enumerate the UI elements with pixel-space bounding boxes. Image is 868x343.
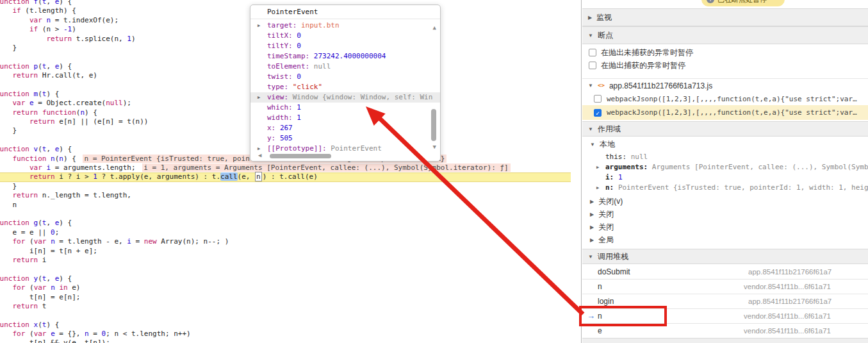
call-stack-frame[interactable]: nvendor.8541f11b...6f61a71 — [582, 280, 868, 294]
code-token: function — [0, 62, 29, 71]
checkbox[interactable] — [594, 95, 602, 103]
execution-line[interactable]: return i ? i > 1 ? t.apply(e, arguments)… — [0, 172, 571, 181]
code-token — [0, 155, 13, 163]
code-token: } — [0, 126, 17, 135]
section-scope[interactable]: ▼ 作用域 — [582, 121, 868, 137]
code-line[interactable]: return i — [0, 256, 571, 265]
code-line[interactable]: i[n] = t[n + e]; — [0, 247, 571, 256]
code-token: ( — [38, 145, 42, 153]
code-line[interactable]: t[n] = e[n]; — [0, 293, 571, 302]
pause-info-icon: i — [707, 0, 714, 3]
scope-group-关闭[interactable]: ▶关闭 — [582, 221, 868, 233]
expand-triangle-icon[interactable]: ▶ — [258, 92, 260, 103]
section-breakpoints[interactable]: ▼ 断点 — [582, 26, 868, 44]
call-stack-frame[interactable]: doSubmitapp.8541f11b21766f61a7 — [582, 265, 868, 280]
scope-variable-row[interactable]: ▶arguments: Arguments [PointerEvent, cal… — [582, 162, 868, 172]
checkbox[interactable] — [589, 62, 596, 69]
code-line[interactable]: n — [0, 201, 571, 210]
scroll-up-icon[interactable]: ▲ — [433, 24, 436, 31]
popup-property-row[interactable]: which: 1 — [250, 103, 440, 113]
code-line[interactable]: function g(t, e) { — [0, 219, 571, 228]
scope-variable-row[interactable]: i: 1 — [582, 172, 868, 183]
code-token: i — [127, 237, 131, 246]
scope-variable-row[interactable]: this: null — [582, 152, 868, 162]
section-call-stack[interactable]: ▼ 调用堆栈 — [582, 249, 868, 264]
expand-triangle-icon[interactable]: ▶ — [596, 162, 599, 172]
pause-on-exception-option[interactable]: 在抛出未捕获的异常时暂停 — [582, 46, 868, 59]
scope-group-关闭(v)[interactable]: ▶关闭(v) — [582, 195, 868, 208]
code-token: function — [0, 274, 29, 283]
section-watch[interactable]: ▶ 监视 — [582, 8, 868, 26]
code-token: if — [29, 25, 38, 33]
horizontal-scrollbar-thumb[interactable] — [270, 154, 331, 158]
expand-triangle-icon[interactable]: ▶ — [258, 21, 260, 31]
code-line[interactable]: for (var n = t.length - e, i = new Array… — [0, 237, 571, 246]
scope-variable-row[interactable]: ▶n: PointerEvent {isTrusted: true, point… — [582, 183, 868, 193]
popup-property-row[interactable]: ▶view: Window {window: Window, self: Win — [250, 92, 440, 103]
variable-value: Arguments [PointerEvent, callee: (...), … — [652, 163, 868, 171]
checkbox[interactable]: ✓ — [594, 109, 602, 117]
property-name: [[Prototype]]: — [267, 144, 331, 153]
code-line[interactable]: var i = arguments.length; i = 1, argumen… — [0, 163, 571, 172]
breakpoint-entry[interactable]: ✓webpackJsonp([1,2,3],[,,,,function(t,e,… — [582, 105, 868, 120]
popup-property-row[interactable]: ▶[[Prototype]]: PointerEvent — [250, 144, 440, 154]
property-name: type: — [267, 83, 293, 91]
code-token — [0, 99, 13, 107]
breakpoint-code-snippet: webpackJsonp([1,2,3],[,,,,function(t,e,a… — [607, 95, 857, 103]
scroll-down-icon[interactable]: ▼ — [433, 144, 436, 150]
call-stack-frame[interactable]: loginapp.8541f11b21766f61a7 — [582, 294, 868, 309]
property-value: null — [314, 62, 331, 71]
expand-triangle-icon[interactable]: ▶ — [596, 183, 599, 193]
code-line[interactable]: for (var e = {}, n = 0; n < t.length; n+… — [0, 330, 571, 339]
property-value: PointerEvent — [331, 144, 381, 153]
popup-property-row[interactable]: type: "click" — [250, 82, 440, 92]
code-token: i[n] = t[n + e]; — [0, 247, 97, 255]
code-line[interactable]: e = e || 0; — [0, 228, 571, 237]
scope-group-关闭[interactable]: ▶关闭 — [582, 208, 868, 221]
code-token: e) — [68, 283, 81, 292]
code-token: t[n] = e[n]; — [0, 293, 80, 301]
popup-property-row[interactable]: tiltY: 0 — [250, 41, 440, 51]
breakpoint-entry[interactable]: webpackJsonp([1,2,3],[,,,,function(t,e,a… — [582, 92, 868, 105]
code-token: = arguments.length; — [51, 163, 140, 172]
breakpoint-file-group[interactable]: ▼ <> app.8541f11b21766f61a713.js — [582, 78, 868, 92]
call-stack-frame[interactable]: evendor.8541f11b...6f61a71 — [582, 324, 868, 339]
object-inspect-popup[interactable]: PointerEvent ▶target: input.btntiltX: 0t… — [250, 4, 441, 162]
code-token: = t.length - e, — [55, 237, 127, 246]
code-line[interactable]: t[n] && y(e, t[n]); — [0, 339, 571, 343]
code-line[interactable]: return t — [0, 302, 571, 311]
popup-property-row[interactable]: y: 505 — [250, 133, 440, 144]
scope-group-全局[interactable]: ▶全局 — [582, 233, 868, 246]
frame-function-name: e — [598, 326, 602, 335]
code-token: var — [29, 163, 42, 172]
scope-group-本地[interactable]: ▼本地 — [582, 138, 868, 151]
code-line[interactable]: } — [0, 265, 571, 274]
vertical-scrollbar-thumb[interactable] — [431, 109, 436, 141]
code-line[interactable]: function x(t) { — [0, 321, 571, 330]
source-editor-pane[interactable]: function f(t, e) { if (t.length) { var n… — [0, 0, 582, 343]
code-line[interactable]: function y(t, e) { — [0, 274, 571, 283]
popup-property-row[interactable]: width: 1 — [250, 113, 440, 123]
popup-property-row[interactable]: toElement: null — [250, 62, 440, 72]
call-stack-frame-current[interactable]: →nvendor.8541f11b...6f61a71 — [582, 309, 868, 324]
popup-property-row[interactable]: tiltX: 0 — [250, 31, 440, 41]
pause-on-exception-option[interactable]: 在抛出捕获的异常时暂停 — [582, 59, 868, 72]
code-line[interactable]: return n._length = t.length, — [0, 191, 571, 200]
checkbox[interactable] — [589, 49, 596, 56]
code-line[interactable]: } — [0, 311, 571, 320]
code-token: null — [106, 99, 123, 107]
scroll-left-icon[interactable]: ◀ — [258, 152, 261, 158]
popup-property-row[interactable]: twist: 0 — [250, 72, 440, 82]
chevron-right-icon: ▶ — [590, 212, 594, 217]
popup-property-row[interactable]: timeStamp: 273242.4000000004 — [250, 51, 440, 62]
code-token — [29, 219, 34, 227]
code-line[interactable]: } — [0, 182, 571, 191]
popup-property-row[interactable]: ▶target: input.btn — [250, 21, 440, 31]
code-line[interactable]: } — [0, 210, 571, 219]
code-token: (e, — [238, 172, 255, 181]
code-line[interactable]: for (var n in e) — [0, 283, 571, 292]
code-token: (t.length) { — [21, 6, 76, 15]
chevron-right-icon: ▶ — [590, 237, 594, 243]
code-token: function — [0, 321, 29, 329]
popup-property-row[interactable]: x: 267 — [250, 123, 440, 133]
